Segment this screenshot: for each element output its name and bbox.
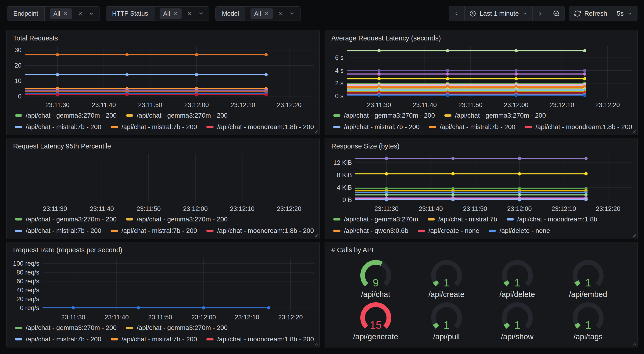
- chart-response-size[interactable]: 0 B4 KiB8 KiB12 KiB23:11:3023:11:4023:11…: [331, 151, 633, 213]
- series-color-chip: [15, 126, 22, 128]
- selected-value-chip[interactable]: All: [160, 9, 182, 19]
- legend-item[interactable]: /api/chat - mistral:7b - 200: [111, 123, 197, 131]
- time-series-plot[interactable]: 010203023:11:3023:11:4023:11:5023:12:002…: [12, 43, 315, 109]
- svg-text:30: 30: [14, 47, 22, 54]
- gauge-arc: 1: [568, 299, 608, 332]
- series-label: /api/chat - gemma3:270m - 200: [137, 216, 228, 223]
- legend-item[interactable]: /api/chat - gemma3:270m - 200: [444, 112, 546, 119]
- filter-model: Model All: [216, 6, 300, 21]
- legend-row: /api/chat - gemma3:270m - 200/api/chat -…: [15, 324, 315, 331]
- chevron-down-icon[interactable]: [198, 11, 204, 17]
- svg-text:23:11:30: 23:11:30: [367, 102, 391, 109]
- legend-item[interactable]: /api/chat - gemma3:270m - 200: [126, 112, 228, 119]
- chart-total-requests[interactable]: 010203023:11:3023:11:4023:11:5023:12:002…: [12, 43, 315, 109]
- gauge-value: 1: [444, 319, 450, 331]
- selected-value-chip[interactable]: All: [250, 9, 273, 19]
- time-series-plot[interactable]: 23:11:3023:11:4023:11:5023:12:0023:12:10…: [12, 151, 315, 213]
- chart-request-rate[interactable]: 0 req/s20 req/s40 req/s60 req/s80 req/s1…: [12, 255, 315, 321]
- panel-title[interactable]: Request Rate (requests per second): [13, 246, 315, 254]
- clear-icon[interactable]: [278, 11, 284, 17]
- time-shift-back-button[interactable]: [449, 6, 464, 21]
- selected-value-chip[interactable]: All: [50, 9, 72, 19]
- zoom-out-button[interactable]: [548, 6, 564, 21]
- legend-item[interactable]: /api/chat - mistral:7b: [428, 216, 497, 223]
- panel-title[interactable]: Request Latency 95th Percentile: [13, 142, 315, 150]
- panel-title[interactable]: Average Request Latency (seconds): [331, 34, 633, 42]
- svg-text:23:12:20: 23:12:20: [278, 314, 303, 321]
- gauge-arc: 1: [427, 257, 466, 290]
- series-label: /api/chat - mistral:7b - 200: [26, 227, 102, 234]
- panel-resize-handle[interactable]: [632, 129, 636, 134]
- svg-text:23:12:10: 23:12:10: [231, 102, 255, 109]
- svg-text:23:12:20: 23:12:20: [277, 102, 302, 109]
- svg-text:20: 20: [14, 62, 22, 69]
- clear-icon[interactable]: [187, 11, 193, 17]
- legend-item[interactable]: /api/chat - gemma3:270m - 200: [15, 216, 116, 223]
- svg-text:23:11:40: 23:11:40: [419, 205, 443, 212]
- svg-text:23:11:40: 23:11:40: [92, 102, 116, 109]
- time-range-button[interactable]: Last 1 minute: [464, 6, 532, 21]
- time-shift-forward-button[interactable]: [532, 6, 548, 21]
- chevron-down-icon[interactable]: [289, 11, 295, 17]
- svg-text:23:12:00: 23:12:00: [507, 205, 532, 212]
- svg-text:0 B: 0 B: [342, 196, 352, 203]
- panel-calls-by-api: # Calls by API 9/api/chat1/api/create1/a…: [324, 242, 638, 347]
- chart-average-request-latency[interactable]: 0 s2 s4 s6 s23:11:3023:11:4023:11:5023:1…: [331, 43, 633, 109]
- legend-item[interactable]: /api/delete - none: [488, 227, 550, 234]
- svg-text:23:12:10: 23:12:10: [235, 314, 260, 321]
- series-label: /api/chat - gemma3:270m - 200: [344, 112, 435, 119]
- svg-text:60 req/s: 60 req/s: [16, 278, 39, 285]
- legend-item[interactable]: /api/chat - mistral:7b - 200: [15, 335, 102, 343]
- svg-text:4 s: 4 s: [335, 67, 344, 74]
- legend: /api/chat - gemma3:270m - 200/api/chat -…: [12, 321, 315, 345]
- legend-item[interactable]: /api/chat - mistral:7b - 200: [333, 123, 420, 131]
- remove-value-icon[interactable]: [264, 11, 269, 16]
- legend-item[interactable]: /api/chat - gemma3:270m - 200: [126, 324, 228, 331]
- legend-item[interactable]: /api/chat - gemma3:270m - 200: [15, 112, 116, 119]
- refresh-button[interactable]: Refresh: [569, 6, 612, 21]
- remove-value-icon[interactable]: [63, 11, 68, 16]
- time-series-plot[interactable]: 0 B4 KiB8 KiB12 KiB23:11:3023:11:4023:11…: [331, 151, 633, 213]
- clear-icon[interactable]: [77, 11, 83, 17]
- chevron-down-icon[interactable]: [88, 11, 94, 17]
- svg-text:23:11:30: 23:11:30: [45, 102, 70, 109]
- legend-item[interactable]: /api/chat - mistral:7b - 200: [111, 335, 197, 343]
- filter-value[interactable]: All: [245, 7, 300, 21]
- legend-item[interactable]: /api/chat - moondream:1.8b - 200: [524, 123, 632, 131]
- svg-text:20 req/s: 20 req/s: [16, 295, 39, 302]
- filter-value[interactable]: All: [154, 7, 209, 21]
- legend-item[interactable]: /api/chat - gemma3:270m - 200: [126, 216, 228, 223]
- chip-text: All: [254, 10, 261, 17]
- legend-item[interactable]: /api/chat - qwen3:0.6b: [333, 227, 408, 234]
- legend-item[interactable]: /api/chat - moondream:1.8b - 200: [206, 335, 314, 343]
- series-color-chip: [428, 218, 435, 220]
- panel-resize-handle[interactable]: [314, 233, 318, 238]
- legend-item[interactable]: /api/chat - mistral:7b - 200: [15, 227, 102, 234]
- panel-resize-handle[interactable]: [632, 341, 636, 346]
- panel-title[interactable]: Response Size (bytes): [331, 142, 633, 150]
- series-label: /api/chat - mistral:7b - 200: [122, 123, 197, 131]
- legend-item[interactable]: /api/chat - moondream:1.8b - 200: [206, 227, 314, 234]
- series-label: /api/chat - gemma3:270m: [344, 216, 418, 223]
- legend-item[interactable]: /api/chat - mistral:7b - 200: [15, 123, 102, 131]
- panel-resize-handle[interactable]: [632, 233, 636, 238]
- legend-item[interactable]: /api/chat - gemma3:270m - 200: [333, 112, 435, 119]
- panel-title[interactable]: Total Requests: [13, 34, 315, 42]
- legend-item[interactable]: /api/chat - mistral:7b - 200: [111, 227, 197, 234]
- time-series-plot[interactable]: 0 req/s20 req/s40 req/s60 req/s80 req/s1…: [12, 255, 315, 321]
- legend-item[interactable]: /api/chat - gemma3:270m - 200: [15, 324, 116, 331]
- legend-item[interactable]: /api/create - none: [418, 227, 480, 234]
- time-series-plot[interactable]: 0 s2 s4 s6 s23:11:3023:11:4023:11:5023:1…: [331, 43, 633, 109]
- gauge-api-delete: 1/api/delete: [498, 257, 537, 299]
- chart-request-latency-95th[interactable]: 23:11:3023:11:4023:11:5023:12:0023:12:10…: [12, 151, 315, 213]
- panel-title[interactable]: # Calls by API: [331, 246, 633, 254]
- legend-item[interactable]: /api/chat - gemma3:270m: [333, 216, 418, 223]
- filter-value[interactable]: All: [45, 7, 100, 21]
- legend-item[interactable]: /api/chat - moondream:1.8b - 200: [206, 123, 314, 131]
- panel-resize-handle[interactable]: [314, 341, 318, 346]
- panel-resize-handle[interactable]: [314, 129, 318, 134]
- legend-item[interactable]: /api/chat - moondream:1.8b: [506, 216, 597, 223]
- refresh-interval-button[interactable]: 5s: [612, 6, 637, 21]
- legend-item[interactable]: /api/chat - mistral:7b - 200: [429, 123, 516, 131]
- remove-value-icon[interactable]: [173, 11, 178, 16]
